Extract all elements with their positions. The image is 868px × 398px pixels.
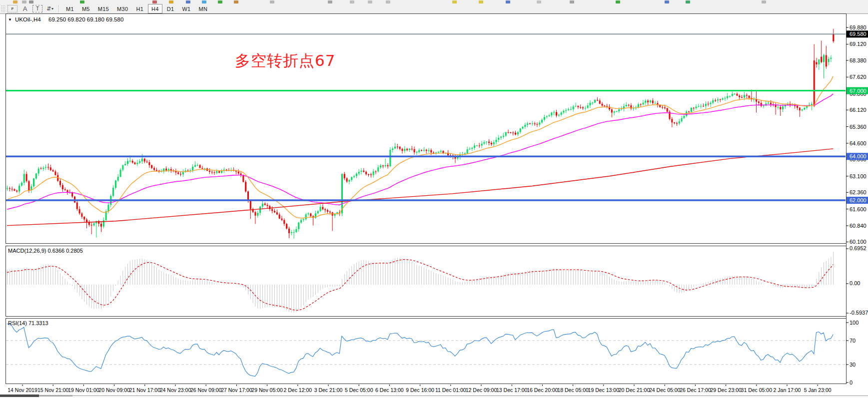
axis-label: 67.620 [850, 74, 867, 80]
time-axis[interactable]: 14 Nov 201915 Nov 21:0019 Nov 01:0020 No… [7, 385, 832, 393]
time-label: 15 Nov 21:00 [37, 387, 69, 393]
axis-label: 62.360 [850, 189, 867, 195]
top-toolbar-fragment [169, 0, 173, 3]
rsi-label: RSI(14) 71.3313 [8, 320, 48, 326]
main-pane[interactable] [6, 14, 847, 244]
axis-label: -0.5937 [850, 310, 868, 316]
axis-label: 30 [850, 362, 856, 368]
time-label: 11 Dec 01:00 [435, 387, 466, 393]
time-label: 29 Nov 05:00 [251, 387, 283, 393]
macd-axis[interactable]: 0.69520.00-0.5937 [846, 245, 868, 316]
axis-label: 65.360 [850, 124, 867, 130]
top-toolbar-fragment [234, 0, 238, 3]
time-label: 29 Dec 23:00 [710, 387, 742, 393]
timeframe-button-m1[interactable]: M1 [62, 4, 77, 13]
axis-label: 0 [850, 380, 853, 386]
price-badge-text: 64.000 [850, 153, 867, 159]
axis-label: 63.100 [850, 173, 867, 179]
time-label: 2 Jan 17:00 [774, 387, 801, 393]
top-toolbar-fragment [368, 0, 372, 3]
top-toolbar-fragment [350, 0, 354, 3]
time-label: 3 Dec 21:00 [314, 387, 343, 393]
top-toolbar-fragment [665, 0, 669, 3]
top-toolbar-fragment [13, 0, 17, 3]
dropdown-caret-icon[interactable]: ▾ [51, 6, 53, 11]
top-toolbar-fragment [762, 0, 766, 3]
time-label: 16 Dec 20:00 [527, 387, 558, 393]
price-badge-text: 69.580 [850, 31, 867, 37]
timeframe-button-m30[interactable]: M30 [113, 4, 131, 13]
macd-label: MACD(12,26,9) 0.6366 0.2805 [8, 248, 83, 254]
axis-label: 0.00 [850, 280, 860, 286]
toolbar-drag-handle[interactable] [1, 5, 6, 12]
timeframe-button-h1[interactable]: H1 [132, 4, 147, 13]
timeframe-button-m5[interactable]: M5 [78, 4, 93, 13]
top-toolbar-fragment [328, 0, 332, 3]
scrollbar-track [0, 396, 868, 396]
font-grid-icon[interactable]: F [7, 5, 17, 12]
chart-title-ohlc: 69.250 69.820 69.180 69.580 [48, 16, 123, 22]
time-label: 26 Dec 17:00 [680, 387, 711, 393]
time-label: 5 Jan 23:00 [804, 387, 832, 393]
time-label: 13 Dec 17:00 [496, 387, 528, 393]
axis-label: 69.880 [850, 24, 867, 30]
axis-label: 60.840 [850, 223, 867, 229]
cycle-arrows-icon[interactable]: ⇵ ▾ [45, 5, 54, 13]
top-toolbar-fragment [270, 0, 274, 3]
time-label: 5 Dec 05:00 [345, 387, 373, 393]
top-toolbar-fragment [186, 0, 190, 3]
time-label: 2 Dec 12:00 [283, 387, 312, 393]
scrollbar-thumb-secondary[interactable] [39, 395, 72, 397]
chart-title-symbol: UKOil-,H4 [15, 16, 41, 22]
toolbar-separator [58, 5, 59, 12]
time-label: 20 Dec 21:00 [619, 387, 650, 393]
symbol-dropdown-icon[interactable]: ▼ [8, 17, 12, 22]
time-label: 14 Nov 2019 [7, 387, 37, 393]
time-label: 31 Dec 05:00 [741, 387, 773, 393]
chart-canvas[interactable]: 69.88069.12068.38067.62066.86066.12065.3… [0, 13, 868, 395]
chart-toolbar: F A T ⇵ ▾ M1M5M15M30H1H4D1W1MN [0, 4, 868, 14]
top-toolbar-fragment [29, 0, 33, 3]
time-label: 12 Dec 09:00 [466, 387, 497, 393]
time-label: 27 Nov 17:00 [221, 387, 252, 393]
timeframe-button-mn[interactable]: MN [195, 4, 211, 13]
timeframe-button-h4[interactable]: H4 [148, 4, 162, 13]
top-toolbar-fragment [386, 0, 390, 3]
top-toolbar-fragment [452, 0, 457, 3]
horizontal-scrollbar[interactable] [0, 395, 868, 398]
timeframe-button-d1[interactable]: D1 [163, 4, 178, 13]
time-label: 26 Nov 09:00 [190, 387, 222, 393]
time-label: 24 Nov 23:00 [160, 387, 191, 393]
timeframe-button-w1[interactable]: W1 [178, 4, 194, 13]
top-toolbar-fragment [218, 0, 222, 3]
price-axis[interactable]: 69.88069.12068.38067.62066.86066.12065.3… [846, 13, 868, 384]
time-label: 19 Dec 13:00 [588, 387, 620, 393]
axis-label: 100 [850, 320, 859, 326]
axis-label: 60.100 [850, 239, 867, 245]
rsi-pane[interactable] [6, 319, 847, 384]
price-badge-text: 67.000 [850, 88, 867, 94]
axis-label: 0.6952 [850, 245, 867, 251]
rsi-axis[interactable]: 10070300 [846, 320, 859, 386]
timeframe-button-m15[interactable]: M15 [94, 4, 112, 13]
top-toolbar-fragment [80, 0, 84, 3]
mt4-window: F A T ⇵ ▾ M1M5M15M30H1H4D1W1MN 69.88069.… [0, 0, 868, 398]
top-toolbar-fragment [152, 0, 157, 3]
scrollbar-thumb[interactable] [0, 395, 39, 397]
top-toolbar-fragment [616, 0, 620, 3]
top-toolbar-fragment [202, 0, 206, 3]
time-label: 20 Nov 09:00 [98, 387, 130, 393]
price-badge-text: 62.000 [850, 197, 867, 203]
time-label: 21 Nov 17:00 [129, 387, 161, 393]
text-label-icon[interactable]: A [20, 5, 29, 13]
cycle-glyph: ⇵ [46, 5, 51, 12]
top-toolbar-fragment [22, 0, 26, 3]
time-label: 19 Nov 01:00 [68, 387, 99, 393]
axis-label: 68.380 [850, 57, 867, 63]
time-label: 9 Dec 16:00 [406, 387, 434, 393]
axis-label: 70 [850, 338, 856, 344]
chart-annotation-text[interactable]: 多空转折点67 [235, 50, 335, 71]
axis-label: 66.120 [850, 107, 867, 113]
axis-label: 61.600 [850, 206, 867, 212]
text-box-icon[interactable]: T [32, 5, 42, 12]
